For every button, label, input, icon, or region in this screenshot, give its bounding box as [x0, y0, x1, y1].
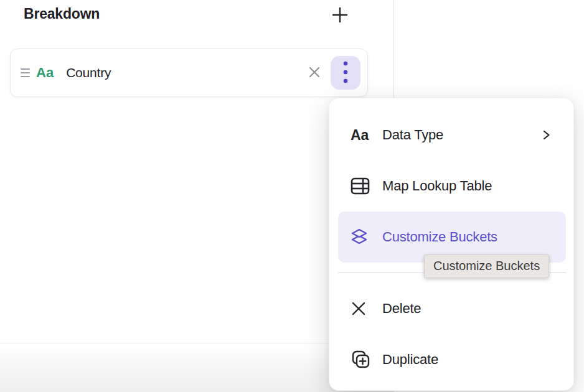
field-options-menu: Aa Data Type Map Lookup Table Customize …: [329, 98, 574, 391]
field-type-badge: Aa: [36, 65, 54, 81]
menu-item-label: Map Lookup Table: [382, 178, 492, 194]
field-options-button[interactable]: [331, 56, 360, 90]
menu-item-label: Data Type: [382, 127, 443, 143]
screen: Breakdown Aa Country: [0, 0, 584, 392]
field-name: Country: [66, 65, 111, 80]
x-icon: [351, 301, 382, 317]
drag-handle-icon[interactable]: [19, 63, 31, 82]
panel-vertical-divider: [393, 0, 394, 98]
close-icon: [308, 65, 321, 81]
layers-icon: [351, 227, 382, 248]
menu-item-duplicate[interactable]: Duplicate: [338, 334, 566, 385]
chevron-right-icon: [542, 129, 551, 141]
add-breakdown-button[interactable]: [329, 4, 351, 27]
duplicate-icon: [351, 350, 382, 370]
tooltip: Customize Buckets: [424, 254, 549, 278]
page-title: Breakdown: [24, 6, 100, 22]
menu-item-delete[interactable]: Delete: [338, 283, 566, 334]
breakdown-field-card: Aa Country: [10, 49, 368, 97]
table-icon: [351, 177, 382, 195]
kebab-icon: [343, 61, 348, 85]
plus-icon: [331, 6, 349, 26]
text-format-icon: Aa: [351, 127, 382, 144]
menu-item-label: Customize Buckets: [382, 229, 497, 245]
menu-item-map-lookup-table[interactable]: Map Lookup Table: [338, 161, 566, 212]
menu-item-label: Duplicate: [382, 352, 438, 368]
menu-item-data-type[interactable]: Aa Data Type: [338, 110, 566, 161]
menu-item-label: Delete: [382, 301, 421, 317]
remove-field-button[interactable]: [304, 63, 324, 83]
